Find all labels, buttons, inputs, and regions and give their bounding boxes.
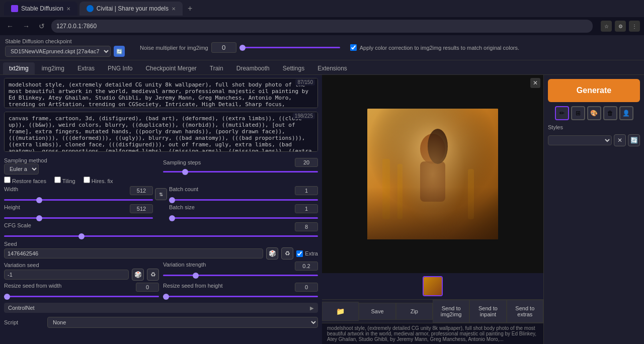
menu-btn[interactable]: ⋮ <box>629 21 640 32</box>
url-bar[interactable]: 127.0.0.1:7860 <box>51 20 593 33</box>
style-icon-color[interactable]: 🎨 <box>587 106 601 120</box>
resize-width-slider[interactable] <box>4 296 159 297</box>
forward-button[interactable]: → <box>20 21 32 31</box>
tab-settings[interactable]: Settings <box>277 62 310 74</box>
tab-extensions[interactable]: Extensions <box>311 62 353 74</box>
positive-prompt-input[interactable]: modelshoot style, (extremely detailed CG… <box>4 78 318 108</box>
tab-extras[interactable]: Extras <box>71 62 101 74</box>
width-slider[interactable] <box>4 199 153 201</box>
checkpoint-label: Stable Diffusion checkpoint <box>5 38 125 44</box>
hires-fix-checkbox[interactable] <box>84 177 90 183</box>
generate-button[interactable]: Generate <box>548 79 640 102</box>
batch-size-label: Batch size <box>169 204 209 213</box>
styles-row: ✕ 🔄 <box>548 134 640 146</box>
save-label: Save <box>371 308 383 314</box>
negative-prompt-input[interactable]: canvas frame, cartoon, 3d, (disfigured),… <box>4 112 318 152</box>
batch-size-group: Batch size <box>169 204 318 220</box>
thumbnails-row <box>322 273 543 299</box>
folder-button[interactable]: 📁 <box>322 302 359 321</box>
style-icon-grid[interactable]: ⊞ <box>571 106 585 120</box>
variation-seed-group: Variation seed 🎲 ♻ <box>4 262 159 281</box>
extra-seed-label[interactable]: Extra <box>296 250 318 257</box>
styles-select[interactable] <box>548 135 612 145</box>
cfg-value[interactable] <box>295 222 318 231</box>
height-slider[interactable] <box>4 217 153 219</box>
cfg-slider[interactable] <box>4 235 318 237</box>
variation-strength-value[interactable] <box>295 262 318 271</box>
zip-label: Zip <box>411 308 418 314</box>
sampling-steps-slider[interactable] <box>163 171 318 173</box>
script-select[interactable]: None <box>47 317 318 328</box>
new-tab-button[interactable]: + <box>185 4 195 13</box>
zip-button[interactable]: Zip <box>396 303 433 320</box>
tab-close-sd[interactable]: ✕ <box>66 6 70 12</box>
batch-count-value[interactable] <box>295 186 318 195</box>
variation-strength-slider[interactable] <box>163 275 318 276</box>
send-extras-button[interactable]: Send to extras <box>507 300 543 323</box>
styles-action-btn[interactable]: ✕ <box>614 134 626 146</box>
height-label: Height <box>4 204 44 213</box>
swap-dimensions-button[interactable]: ⇅ <box>155 188 167 200</box>
restore-faces-checkbox[interactable] <box>4 177 11 183</box>
variation-row: Variation seed 🎲 ♻ Variation strength <box>4 262 318 281</box>
controlnet-section[interactable]: ControlNet ▶ <box>4 303 318 313</box>
sampling-steps-value[interactable] <box>295 158 318 167</box>
extra-seed-checkbox[interactable] <box>296 250 303 257</box>
width-value[interactable] <box>130 186 153 195</box>
tiling-checkbox[interactable] <box>54 177 61 183</box>
checkpoint-select[interactable]: SD15NewVAEpruned.ckpt [27a4ac756c] <box>5 46 111 57</box>
styles-refresh-btn[interactable]: 🔄 <box>628 134 640 146</box>
styles-label: Styles <box>548 124 640 130</box>
batch-size-value[interactable] <box>295 204 318 213</box>
send-inpaint-button[interactable]: Send to inpaint <box>469 300 506 323</box>
seed-row: 1476462546 🎲 ♻ Extra <box>4 247 318 260</box>
variation-seed-input[interactable] <box>4 270 129 280</box>
tab-close-civitai[interactable]: ✕ <box>172 6 176 12</box>
restore-faces-label[interactable]: Restore faces <box>4 177 46 184</box>
batch-count-slider[interactable] <box>169 199 318 201</box>
color-correct-checkbox[interactable] <box>350 44 357 51</box>
cfg-group: CFG Scale <box>4 222 318 238</box>
tab-img2img[interactable]: img2img <box>36 62 70 74</box>
style-icon-trash[interactable]: 🗑 <box>603 106 617 120</box>
checkpoint-refresh-btn[interactable]: 🔄 <box>114 46 125 57</box>
generate-area: Generate ✏ ⊞ 🎨 🗑 👤 Styles ✕ � <box>543 75 644 344</box>
tiling-label[interactable]: Tiling <box>54 177 75 184</box>
back-button[interactable]: ← <box>4 21 16 31</box>
hires-fix-label[interactable]: Hires. fix <box>84 177 113 184</box>
seed-dice-button[interactable]: 🎲 <box>266 247 278 260</box>
tab-stable-diffusion[interactable]: Stable Diffusion ✕ <box>4 2 77 16</box>
svg-rect-6 <box>468 169 474 219</box>
sampling-method-select[interactable]: Euler a <box>4 163 39 175</box>
batch-size-slider[interactable] <box>169 217 318 219</box>
height-group: Height <box>4 204 153 220</box>
variation-seed-dice-btn[interactable]: 🎲 <box>132 269 144 281</box>
save-button[interactable]: Save <box>359 303 395 320</box>
bookmark-btn[interactable]: ☆ <box>601 21 612 32</box>
refresh-button[interactable]: ↺ <box>36 21 47 31</box>
noise-slider[interactable] <box>239 47 340 48</box>
tab-png-info[interactable]: PNG Info <box>102 62 138 74</box>
style-icon-person[interactable]: 👤 <box>619 106 633 120</box>
controlnet-label: ControlNet <box>8 305 35 311</box>
height-value[interactable] <box>130 204 153 213</box>
resize-width-value[interactable] <box>136 283 159 292</box>
tab-civitai[interactable]: Civitai | Share your models ✕ <box>79 2 183 16</box>
image-close-button[interactable]: ✕ <box>530 78 540 88</box>
tab-checkpoint-merger[interactable]: Checkpoint Merger <box>139 62 202 74</box>
noise-value-input[interactable] <box>211 42 236 53</box>
resize-height-value[interactable] <box>295 283 318 292</box>
thumbnail-1[interactable] <box>423 276 443 296</box>
send-img2img-button[interactable]: Send to img2img <box>433 300 469 323</box>
seed-recycle-button[interactable]: ♻ <box>281 247 293 260</box>
image-container: ✕ <box>322 75 543 273</box>
tab-dreambooth[interactable]: Dreambooth <box>230 62 276 74</box>
sampling-method-group: Sampling method Euler a <box>4 157 159 175</box>
tab-txt2img[interactable]: txt2img <box>3 62 35 74</box>
tab-train[interactable]: Train <box>204 62 229 74</box>
seed-input[interactable]: 1476462546 <box>4 248 263 259</box>
resize-height-slider[interactable] <box>163 296 318 297</box>
variation-seed-recycle-btn[interactable]: ♻ <box>147 269 159 281</box>
style-icon-pencil[interactable]: ✏ <box>555 106 569 120</box>
extensions-btn[interactable]: ⚙ <box>615 21 626 32</box>
